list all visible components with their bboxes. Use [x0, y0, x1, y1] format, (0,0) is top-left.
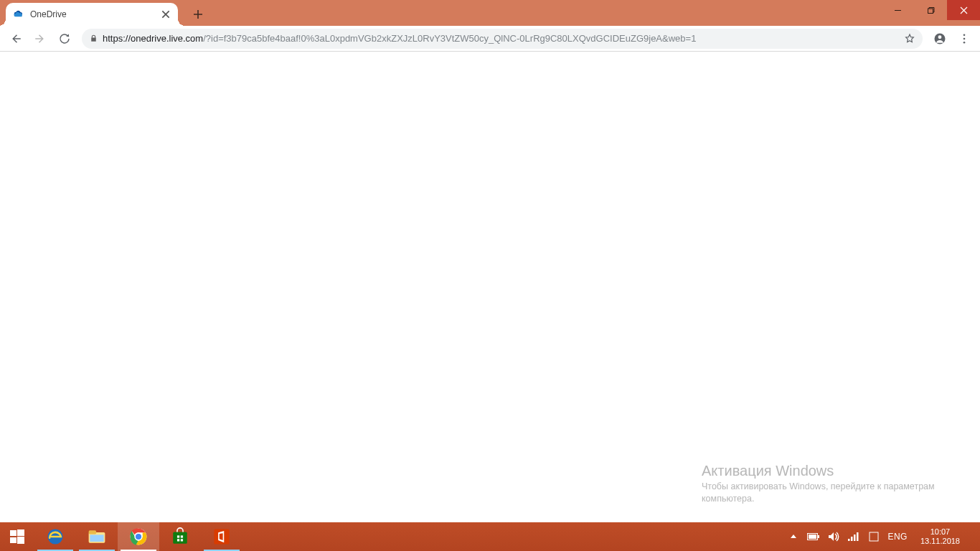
svg-point-2 [938, 35, 942, 39]
profile-avatar-icon[interactable] [928, 27, 951, 50]
svg-rect-21 [181, 539, 183, 541]
new-tab-button[interactable] [188, 4, 208, 24]
windows-taskbar: ENG 10:07 13.11.2018 [0, 522, 980, 551]
browser-tab-active[interactable]: OneDrive [6, 3, 178, 26]
svg-point-4 [963, 37, 966, 39]
nav-forward-button[interactable] [29, 27, 52, 50]
taskbar-app-explorer[interactable] [76, 522, 118, 551]
network-icon[interactable] [847, 530, 860, 543]
svg-rect-26 [848, 539, 850, 541]
svg-rect-19 [181, 535, 183, 537]
svg-rect-25 [809, 534, 816, 539]
svg-rect-28 [854, 534, 856, 541]
language-indicator[interactable]: ENG [887, 532, 908, 542]
taskbar-app-store[interactable] [159, 522, 201, 551]
window-restore-button[interactable] [914, 0, 947, 20]
taskbar-app-ie[interactable] [34, 522, 76, 551]
action-center-icon[interactable] [867, 530, 880, 543]
address-bar[interactable]: https://onedrive.live.com/?id=f3b79ca5bf… [82, 29, 923, 49]
tab-title: OneDrive [30, 9, 155, 19]
svg-rect-18 [177, 535, 179, 537]
bookmark-star-icon[interactable] [904, 33, 915, 44]
taskbar-clock[interactable]: 10:07 13.11.2018 [915, 527, 966, 545]
page-content: Активация Windows Чтобы активировать Win… [0, 52, 980, 522]
svg-rect-6 [10, 530, 17, 536]
svg-rect-7 [17, 529, 24, 536]
window-close-button[interactable] [947, 0, 980, 20]
svg-rect-0 [928, 9, 933, 14]
svg-rect-12 [89, 530, 97, 534]
tray-overflow-icon[interactable] [787, 530, 800, 543]
svg-rect-17 [173, 532, 187, 544]
browser-toolbar: https://onedrive.live.com/?id=f3b79ca5bf… [0, 26, 980, 52]
chrome-menu-icon[interactable] [953, 27, 976, 50]
svg-rect-13 [90, 534, 103, 542]
nav-back-button[interactable] [4, 27, 27, 50]
svg-point-3 [963, 34, 966, 36]
address-url: https://onedrive.live.com/?id=f3b79ca5bf… [103, 33, 900, 44]
tab-close-icon[interactable] [161, 9, 171, 19]
browser-titlebar: OneDrive [0, 0, 980, 26]
system-tray: ENG 10:07 13.11.2018 [787, 522, 980, 551]
svg-rect-30 [870, 532, 878, 541]
watermark-title: Активация Windows [702, 463, 946, 479]
watermark-subtitle: Чтобы активировать Windows, перейдите к … [702, 481, 946, 505]
svg-rect-24 [818, 535, 819, 538]
svg-point-5 [963, 41, 966, 43]
nav-reload-button[interactable] [53, 27, 76, 50]
window-controls [881, 0, 980, 20]
clock-date: 13.11.2018 [920, 537, 960, 546]
svg-rect-8 [10, 537, 17, 543]
svg-rect-27 [851, 537, 853, 541]
window-minimize-button[interactable] [881, 0, 914, 20]
svg-rect-9 [17, 537, 24, 544]
windows-activation-watermark: Активация Windows Чтобы активировать Win… [702, 463, 946, 505]
start-button[interactable] [0, 522, 34, 551]
svg-rect-20 [177, 539, 179, 541]
volume-icon[interactable] [827, 530, 840, 543]
taskbar-app-chrome[interactable] [118, 522, 159, 551]
svg-rect-22 [214, 529, 229, 544]
taskbar-app-office[interactable] [201, 522, 242, 551]
address-url-host: https://onedrive.live.com [103, 33, 203, 44]
onedrive-icon [13, 9, 24, 20]
lock-icon [89, 34, 98, 43]
svg-rect-29 [857, 532, 859, 541]
address-url-path: /?id=f3b79ca5bfe4baaf!0%3aL0xpdmVGb2xkZX… [203, 33, 696, 44]
clock-time: 10:07 [920, 527, 960, 537]
battery-icon[interactable] [807, 530, 820, 543]
